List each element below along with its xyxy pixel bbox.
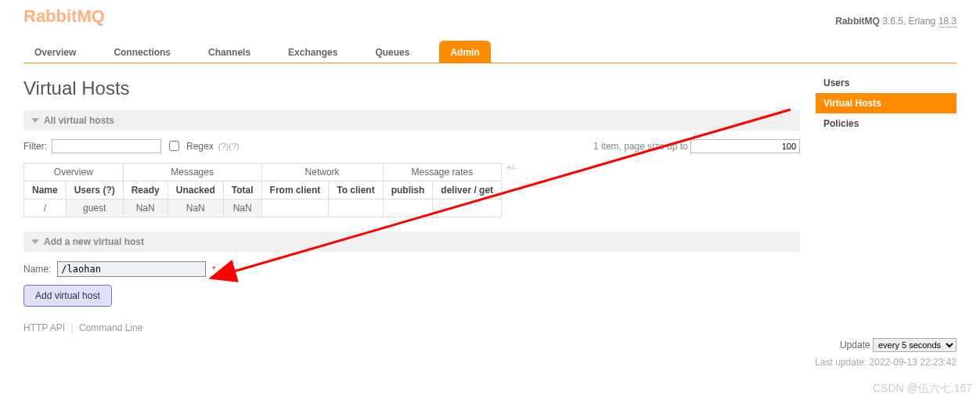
col-group-overview: Overview [24, 164, 124, 182]
top-tabs: Overview Connections Channels Exchanges … [23, 41, 957, 63]
regex-checkbox[interactable] [169, 141, 179, 151]
col-publish[interactable]: publish [383, 182, 433, 200]
filter-input[interactable] [52, 139, 161, 153]
watermark: CSDN @伍六七.167 [873, 382, 972, 396]
vhosts-table: Overview Messages Network Message rates … [23, 163, 502, 217]
version-info: RabbitMQ 3.6.5, Erlang 18.3 [835, 16, 957, 27]
add-vhost-button[interactable]: Add virtual host [23, 285, 112, 307]
chevron-down-icon [31, 239, 39, 244]
cell-ready: NaN [123, 200, 168, 217]
section-add-vhost[interactable]: Add a new virtual host [23, 232, 800, 252]
vhost-users: guest [66, 200, 123, 217]
right-nav: Users Virtual Hosts Policies [816, 73, 957, 134]
cell-from-client [261, 200, 329, 217]
col-from-client[interactable]: From client [261, 182, 329, 200]
filter-label: Filter: [23, 141, 47, 152]
regex-label: Regex [186, 141, 214, 152]
cell-publish [383, 200, 433, 217]
col-unacked[interactable]: Unacked [168, 182, 223, 200]
cell-total: NaN [223, 200, 261, 217]
section-all-vhosts[interactable]: All virtual hosts [23, 110, 800, 131]
vhost-name[interactable]: / [24, 200, 67, 217]
columns-toggle[interactable]: +/- [502, 163, 517, 172]
tab-channels[interactable]: Channels [200, 41, 258, 63]
col-name[interactable]: Name [24, 182, 67, 200]
item-count-text: 1 item, page size up to [593, 141, 688, 152]
col-users[interactable]: Users (?) [66, 182, 123, 200]
col-group-messages: Messages [123, 164, 261, 182]
section-title: Add a new virtual host [44, 236, 144, 247]
cell-deliver-get [433, 200, 502, 217]
last-update: Last update: 2022-09-13 22:23:42 [23, 357, 957, 368]
command-line-link[interactable]: Command Line [79, 322, 142, 333]
col-ready[interactable]: Ready [123, 182, 168, 200]
name-field-label: Name: [23, 264, 51, 275]
col-total[interactable]: Total [223, 182, 261, 200]
rnav-policies[interactable]: Policies [816, 113, 957, 134]
tab-queues[interactable]: Queues [367, 41, 417, 63]
required-marker: * [212, 265, 215, 274]
cell-to-client [329, 200, 383, 217]
http-api-link[interactable]: HTTP API [23, 322, 65, 333]
tab-overview[interactable]: Overview [27, 41, 84, 63]
separator: | [70, 322, 73, 333]
page-title: Virtual Hosts [23, 77, 800, 99]
rnav-users[interactable]: Users [816, 73, 957, 93]
update-interval-select[interactable]: every 5 seconds [873, 338, 957, 352]
page-size-input[interactable] [690, 139, 800, 153]
chevron-down-icon [31, 118, 39, 123]
section-title: All virtual hosts [44, 115, 114, 126]
tab-admin[interactable]: Admin [439, 41, 490, 63]
update-label: Update [840, 340, 870, 350]
col-deliver-get[interactable]: deliver / get [433, 182, 502, 200]
table-row[interactable]: / guest NaN NaN NaN [24, 200, 502, 217]
vhost-name-input[interactable] [57, 261, 206, 277]
col-group-network: Network [261, 164, 383, 182]
regex-hint: (?)(?) [218, 142, 240, 151]
tab-connections[interactable]: Connections [106, 41, 178, 63]
col-to-client[interactable]: To client [329, 182, 383, 200]
tab-exchanges[interactable]: Exchanges [280, 41, 345, 63]
rnav-virtual-hosts[interactable]: Virtual Hosts [816, 93, 957, 113]
cell-unacked: NaN [168, 200, 223, 217]
logo: RabbitMQ [23, 6, 105, 27]
col-group-rates: Message rates [383, 164, 501, 182]
